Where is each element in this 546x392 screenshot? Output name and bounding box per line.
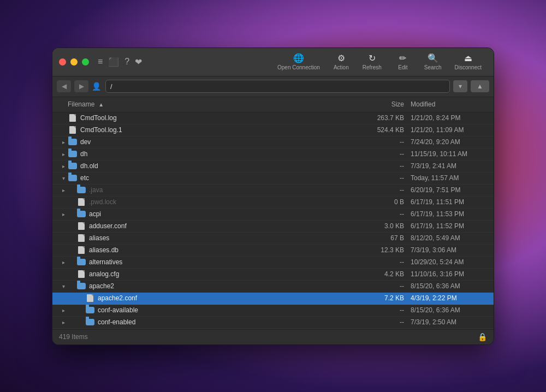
file-icon	[76, 269, 86, 279]
go-up-button[interactable]: ▲	[471, 80, 489, 92]
file-row[interactable]: ▸acpi--6/17/19, 11:53 PM	[52, 209, 494, 221]
file-row[interactable]: ▾apache2--8/15/20, 6:36 AM	[52, 281, 494, 293]
file-size: --	[367, 150, 411, 158]
file-date: 11/15/19, 10:11 AM	[411, 150, 487, 158]
file-date: 7/3/19, 2:41 AM	[411, 162, 487, 170]
size-column-header[interactable]: Size	[367, 100, 411, 108]
file-size: 3.0 KB	[367, 222, 411, 230]
action-button[interactable]: ⚙ Action	[328, 51, 355, 73]
file-date: 11/10/16, 3:16 PM	[411, 270, 487, 278]
expand-button[interactable]: ▸	[59, 211, 68, 217]
list-tree-icon[interactable]: ≡	[98, 57, 103, 67]
file-size: --	[367, 162, 411, 170]
main-window: ≡ ⬛ ? ❤ 🌐 Open Connection ⚙ Action ↻ Ref…	[52, 47, 494, 345]
back-button[interactable]: ◀	[57, 80, 71, 92]
disconnect-button[interactable]: ⏏ Disconnect	[449, 51, 487, 73]
forward-button[interactable]: ▶	[74, 80, 88, 92]
edit-button[interactable]: ✏ Edit	[389, 51, 417, 73]
search-icon: 🔍	[428, 53, 438, 63]
file-row[interactable]: ▾etc--Today, 11:57 AM	[52, 173, 494, 185]
bookmark-icon[interactable]: ⬛	[108, 57, 119, 67]
settings-icon[interactable]: ❤	[135, 57, 142, 67]
disconnect-icon: ⏏	[464, 53, 472, 63]
file-name: conf-available	[98, 306, 367, 314]
file-name: CmdTool.log.1	[80, 126, 367, 134]
file-name: aliases	[89, 234, 367, 242]
address-input[interactable]	[105, 80, 450, 93]
file-date: 6/17/19, 11:53 PM	[411, 210, 487, 218]
expand-button[interactable]: ▸	[59, 259, 68, 265]
file-size: --	[367, 318, 411, 326]
file-row[interactable]: ▸.java--6/20/19, 7:51 PM	[52, 185, 494, 197]
expand-button[interactable]: ▸	[59, 139, 68, 145]
file-row[interactable]: ▸alternatives--10/29/20, 5:24 AM	[52, 257, 494, 269]
file-row[interactable]: CmdTool.log263.7 KB1/21/20, 8:24 PM	[52, 112, 494, 124]
expand-button[interactable]: ▾	[59, 175, 68, 181]
file-name: .pwd.lock	[89, 198, 367, 206]
file-row[interactable]: ▸conf-enabled--7/3/19, 2:50 AM	[52, 317, 494, 329]
address-dropdown-button[interactable]: ▾	[453, 80, 467, 92]
file-name: CmdTool.log	[80, 114, 367, 122]
expand-button[interactable]: ▸	[59, 307, 68, 313]
file-date: Today, 11:57 AM	[411, 174, 487, 182]
refresh-button[interactable]: ↻ Refresh	[357, 51, 387, 73]
expand-button[interactable]: ▸	[59, 319, 68, 325]
file-name: apache2.conf	[98, 294, 367, 302]
search-button[interactable]: 🔍 Search	[419, 51, 447, 73]
expand-button[interactable]: ▸	[59, 187, 68, 193]
file-row[interactable]: apache2.conf7.2 KB4/3/19, 2:22 PM	[52, 293, 494, 305]
open-connection-button[interactable]: 🌐 Open Connection	[272, 51, 325, 73]
file-row[interactable]: CmdTool.log.1524.4 KB1/21/20, 11:09 AM	[52, 124, 494, 136]
folder-icon	[68, 173, 78, 183]
maximize-button[interactable]	[82, 58, 89, 66]
file-date: 1/21/20, 8:24 PM	[411, 114, 487, 122]
info-icon[interactable]: ?	[124, 57, 129, 67]
folder-icon	[68, 149, 78, 159]
expand-button[interactable]: ▸	[59, 163, 68, 169]
file-row[interactable]: ▸dh.old--7/3/19, 2:41 AM	[52, 161, 494, 173]
file-date: 6/17/19, 11:51 PM	[411, 198, 487, 206]
file-date: 8/12/20, 5:49 AM	[411, 234, 487, 242]
filename-column-header[interactable]: Filename ▲	[68, 100, 367, 108]
folder-icon	[85, 305, 95, 315]
file-size: --	[367, 138, 411, 146]
file-name: apache2	[89, 282, 367, 290]
file-size: --	[367, 306, 411, 314]
file-date: 4/3/19, 2:22 PM	[411, 294, 487, 302]
file-row[interactable]: aliases67 B8/12/20, 5:49 AM	[52, 233, 494, 245]
file-name: conf-enabled	[98, 318, 367, 326]
file-size: 7.2 KB	[367, 294, 411, 302]
expand-button[interactable]: ▸	[59, 151, 68, 157]
file-row[interactable]: adduser.conf3.0 KB6/17/19, 11:52 PM	[52, 221, 494, 233]
file-row[interactable]: analog.cfg4.2 KB11/10/16, 3:16 PM	[52, 269, 494, 281]
file-row[interactable]: ▸dev--7/24/20, 9:20 AM	[52, 136, 494, 149]
file-icon	[76, 197, 86, 207]
file-size: --	[367, 210, 411, 218]
modified-column-header[interactable]: Modified	[411, 100, 487, 108]
file-list: CmdTool.log263.7 KB1/21/20, 8:24 PMCmdTo…	[52, 112, 494, 329]
file-date: 7/3/19, 3:06 AM	[411, 246, 487, 254]
file-row[interactable]: aliases.db12.3 KB7/3/19, 3:06 AM	[52, 245, 494, 257]
folder-icon	[76, 185, 86, 195]
open-connection-icon: 🌐	[293, 53, 304, 63]
file-date: 6/20/19, 7:51 PM	[411, 186, 487, 194]
file-size: --	[367, 282, 411, 290]
file-icon	[68, 125, 78, 135]
file-name: dh	[80, 150, 367, 158]
file-name: adduser.conf	[89, 222, 367, 230]
file-row[interactable]: .pwd.lock0 B6/17/19, 11:51 PM	[52, 197, 494, 209]
file-date: 6/17/19, 11:52 PM	[411, 222, 487, 230]
file-name: aliases.db	[89, 246, 367, 254]
minimize-button[interactable]	[70, 58, 78, 66]
traffic-lights	[59, 58, 89, 66]
file-size: 12.3 KB	[367, 246, 411, 254]
file-size: --	[367, 258, 411, 266]
close-button[interactable]	[59, 58, 66, 66]
file-icon	[68, 113, 78, 123]
file-row[interactable]: ▸conf-available--8/15/20, 6:36 AM	[52, 305, 494, 317]
file-row[interactable]: ▸dh--11/15/19, 10:11 AM	[52, 149, 494, 161]
refresh-label: Refresh	[363, 64, 382, 70]
file-icon	[76, 245, 86, 255]
expand-button[interactable]: ▾	[59, 283, 68, 289]
file-size: --	[367, 186, 411, 194]
